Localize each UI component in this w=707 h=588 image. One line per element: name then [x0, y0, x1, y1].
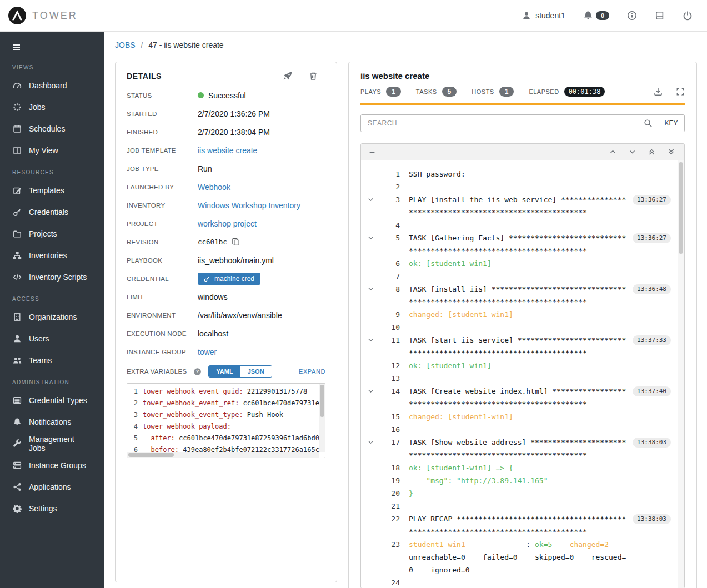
breadcrumb-current: 47 - iis website create [148, 41, 223, 49]
console-line-number: 14 [380, 385, 400, 398]
detail-value: Successful [208, 91, 246, 100]
code-line-text: tower_webhook_event_guid: 22129901317577… [143, 386, 325, 398]
sidebar-item-my-view[interactable]: My View [0, 139, 104, 161]
about-button[interactable] [627, 11, 637, 21]
detail-value-link[interactable]: Windows Workshop Inventory [198, 201, 300, 210]
sidebar-item-templates[interactable]: Templates [0, 179, 104, 201]
scroll-to-top-button[interactable] [648, 148, 655, 155]
collapse-row-chevron-icon[interactable] [367, 285, 374, 293]
menu-toggle-button[interactable] [0, 32, 21, 56]
console-line-number: 6 [380, 257, 400, 270]
search-input[interactable] [361, 115, 638, 132]
code-line-number: 2 [127, 398, 143, 409]
editor-vertical-scrollbar[interactable] [319, 384, 325, 452]
sidebar-item-inventory-scripts[interactable]: Inventory Scripts [0, 266, 104, 288]
scroll-up-button[interactable] [609, 148, 616, 155]
detail-value-link[interactable]: iis website create [198, 146, 257, 155]
sidebar-item-jobs[interactable]: Jobs [0, 96, 104, 118]
scroll-to-bottom-button[interactable] [668, 148, 675, 155]
server-icon [12, 461, 22, 470]
detail-value-link[interactable]: workshop project [198, 219, 257, 228]
sidebar-item-dashboard[interactable]: Dashboard [0, 74, 104, 96]
collapse-all-button[interactable] [368, 148, 376, 156]
collapse-row-chevron-icon[interactable] [367, 196, 374, 203]
list-icon [12, 396, 22, 405]
collapse-row-chevron-icon[interactable] [367, 234, 374, 242]
search-submit-button[interactable] [638, 115, 658, 132]
breadcrumb-jobs-link[interactable]: JOBS [115, 41, 136, 49]
user-menu[interactable]: student1 [522, 11, 565, 20]
key-icon [204, 275, 210, 282]
detail-label: EXECUTION NODE [127, 330, 198, 337]
scrollbar-thumb[interactable] [320, 385, 324, 417]
collapse-row-chevron-icon[interactable] [367, 388, 374, 395]
expand-variables-link[interactable]: EXPAND [299, 368, 325, 375]
search-key-button[interactable]: KEY [658, 115, 684, 132]
sidebar-item-instance-groups[interactable]: Instance Groups [0, 454, 104, 476]
detail-value-link[interactable]: Webhook [198, 183, 230, 192]
relaunch-job-button[interactable] [283, 72, 292, 81]
delete-job-button[interactable] [309, 72, 318, 81]
code-line: 1tower_webhook_event_guid: 2212990131757… [127, 386, 325, 398]
collapse-row-chevron-icon[interactable] [367, 439, 374, 446]
users-icon [12, 356, 22, 365]
sidebar-item-projects[interactable]: Projects [0, 223, 104, 244]
extra-variables-editor[interactable]: 1tower_webhook_event_guid: 2212990131757… [127, 383, 325, 458]
gear-icon [12, 504, 22, 513]
sidebar-item-organizations[interactable]: Organizations [0, 306, 104, 328]
sidebar-item-credentials[interactable]: Credentials [0, 201, 104, 223]
console-line-number: 20 [380, 487, 400, 500]
notifications-button[interactable]: 0 [583, 11, 609, 21]
console-line-number: 2 [380, 180, 400, 193]
sidebar-item-inventories[interactable]: Inventories [0, 244, 104, 266]
console-line-timestamp: 13:36:27 [633, 233, 671, 243]
sidebar-item-users[interactable]: Users [0, 328, 104, 349]
help-icon[interactable]: ? [193, 368, 202, 376]
sidebar-item-notifications[interactable]: Notifications [0, 411, 104, 433]
sidebar-item-label: Inventory Scripts [29, 273, 87, 282]
sidebar-item-teams[interactable]: Teams [0, 349, 104, 371]
stat-value-badge: 00:01:38 [564, 87, 605, 97]
scrollbar-thumb[interactable] [128, 453, 174, 457]
console-line: 20} [361, 487, 684, 500]
logout-button[interactable] [683, 11, 693, 21]
detail-row-credential: CREDENTIALmachine cred [127, 269, 325, 288]
console-lines: 1SSH password:23PLAY [install the iis we… [361, 168, 684, 588]
copy-icon[interactable] [232, 238, 240, 246]
console-vertical-scrollbar[interactable] [678, 160, 684, 588]
main-content: JOBS / 47 - iis website create DETAILS S… [104, 32, 707, 588]
code-icon [12, 273, 22, 282]
console-line-text: TASK [Create website index.html] *******… [409, 385, 626, 410]
credential-badge[interactable]: machine cred [198, 273, 260, 285]
collapse-row-chevron-icon[interactable] [367, 336, 374, 344]
sidebar-item-schedules[interactable]: Schedules [0, 118, 104, 139]
scrollbar-thumb[interactable] [679, 162, 683, 254]
gauge-icon [12, 81, 22, 90]
sidebar-item-label: Notifications [29, 418, 71, 426]
download-output-button[interactable] [654, 87, 663, 96]
console-line-number: 4 [380, 219, 400, 232]
sidebar-item-management-jobs[interactable]: Management Jobs [0, 433, 104, 454]
sidebar-item-credential-types[interactable]: Credential Types [0, 389, 104, 411]
detail-value-link[interactable]: tower [198, 348, 217, 356]
expand-output-button[interactable] [676, 87, 685, 96]
documentation-button[interactable] [655, 11, 665, 21]
sidebar-item-applications[interactable]: Applications [0, 476, 104, 497]
console-line-number: 3 [380, 193, 400, 206]
console-line-number: 11 [380, 334, 400, 346]
detail-label: STARTED [127, 110, 198, 117]
editor-horizontal-scrollbar[interactable] [127, 452, 319, 458]
console-line: 23student1-win1 : ok=5 changed=2 unreach… [361, 538, 684, 576]
stat-tasks: TASKS5 [416, 87, 457, 97]
console-line: 14TASK [Create website index.html] *****… [361, 385, 684, 410]
scroll-down-button[interactable] [629, 148, 636, 155]
yaml-toggle-button[interactable]: YAML [209, 366, 240, 377]
sidebar-item-label: Organizations [29, 313, 77, 321]
console-line-text: ok: [student1-win1] => { [409, 461, 626, 474]
spinner-icon [12, 103, 22, 112]
sidebar-item-settings[interactable]: Settings [0, 497, 104, 519]
console-line-text: TASK [Show website address] ************… [409, 436, 626, 461]
json-toggle-button[interactable]: JSON [240, 366, 272, 377]
code-line-number: 5 [127, 433, 143, 444]
brand-home-link[interactable]: TOWER [8, 6, 78, 25]
